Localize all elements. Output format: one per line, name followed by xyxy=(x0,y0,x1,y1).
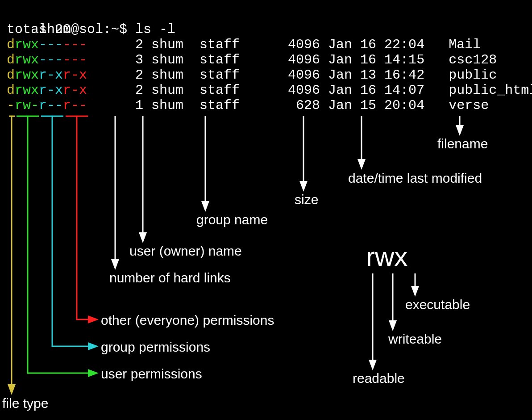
label-user-perm: user permissions xyxy=(101,366,202,382)
size-cell: 4096 xyxy=(272,67,320,83)
perm-green: rwx xyxy=(15,37,39,52)
perm-yellow: d xyxy=(7,67,15,83)
owner-cell: shum xyxy=(151,83,200,98)
group-cell: staff xyxy=(200,98,272,113)
label-size: size xyxy=(295,192,318,207)
perm-cell: -rw-r--r-- xyxy=(7,98,135,113)
perm-cyan: r-- xyxy=(39,98,63,113)
perm-yellow: - xyxy=(7,98,15,113)
label-other-perm: other (everyone) permissions xyxy=(101,313,274,328)
perm-cyan: r-x xyxy=(39,67,63,83)
perm-yellow: d xyxy=(7,52,15,67)
size-cell: 628 xyxy=(272,98,320,113)
owner-cell: shum xyxy=(151,67,200,83)
perm-red: r-- xyxy=(63,98,87,113)
perm-red: r-x xyxy=(63,83,87,98)
group-cell: staff xyxy=(200,52,272,67)
group-cell: staff xyxy=(200,37,272,52)
diagram-canvas: shum@sol:~$ ls -l total 20 drwx------2 s… xyxy=(0,0,532,420)
links-cell: 2 xyxy=(135,37,151,52)
owner-cell: shum xyxy=(151,37,200,52)
links-cell: 2 xyxy=(135,83,151,98)
links-cell: 2 xyxy=(135,67,151,83)
prompt-sep: :~$ xyxy=(103,22,135,37)
perm-red: --- xyxy=(63,37,87,52)
size-cell: 4096 xyxy=(272,37,320,52)
perm-red: --- xyxy=(63,52,87,67)
owner-cell: shum xyxy=(151,52,200,67)
owner-cell: shum xyxy=(151,98,200,113)
label-rwx: rwx xyxy=(366,241,407,272)
name-cell: public_html xyxy=(441,83,532,98)
links-cell: 1 xyxy=(135,98,151,113)
group-cell: staff xyxy=(200,67,272,83)
group-cell: staff xyxy=(200,83,272,98)
date-cell: Jan 16 22:04 xyxy=(320,37,441,52)
label-executable: executable xyxy=(405,297,470,312)
perm-green: rwx xyxy=(15,52,39,67)
perm-cell: drwxr-xr-x xyxy=(7,67,135,83)
total-line: total 20 xyxy=(7,22,71,37)
perm-green: rw- xyxy=(15,98,39,113)
size-cell: 4096 xyxy=(272,83,320,98)
perm-yellow: d xyxy=(7,37,15,52)
links-cell: 3 xyxy=(135,52,151,67)
label-hard-links: number of hard links xyxy=(109,270,231,286)
listing-row: -rw-r--r--1 shumstaff628Jan 15 20:04 ver… xyxy=(7,98,532,113)
date-cell: Jan 16 14:15 xyxy=(320,52,441,67)
name-cell: public xyxy=(441,67,497,83)
perm-cell: drwx------ xyxy=(7,37,135,52)
date-cell: Jan 16 14:07 xyxy=(320,83,441,98)
perm-cyan: r-x xyxy=(39,83,63,98)
listing-row: drwx------3 shumstaff4096Jan 16 14:15 cs… xyxy=(7,52,532,67)
listing-row: drwxr-xr-x2 shumstaff4096Jan 13 16:42 pu… xyxy=(7,67,532,83)
label-filename: filename xyxy=(437,136,488,151)
perm-cyan: --- xyxy=(39,37,63,52)
perm-cyan: --- xyxy=(39,52,63,67)
label-group-perm: group permissions xyxy=(101,340,210,355)
name-cell: verse xyxy=(441,98,489,113)
label-owner: user (owner) name xyxy=(129,244,242,259)
date-cell: Jan 13 16:42 xyxy=(320,67,441,83)
perm-red: r-x xyxy=(63,67,87,83)
name-cell: Mail xyxy=(441,37,481,52)
perm-cell: drwx------ xyxy=(7,52,135,67)
label-group-name: group name xyxy=(196,212,268,227)
name-cell: csc128 xyxy=(441,52,497,67)
label-date: date/time last modified xyxy=(348,171,482,186)
size-cell: 4096 xyxy=(272,52,320,67)
label-readable: readable xyxy=(353,371,405,386)
listing-row: drwxr-xr-x2 shumstaff4096Jan 16 14:07 pu… xyxy=(7,83,532,98)
perm-cell: drwxr-xr-x xyxy=(7,83,135,98)
listing: drwx------2 shumstaff4096Jan 16 22:04 Ma… xyxy=(7,37,532,113)
date-cell: Jan 15 20:04 xyxy=(320,98,441,113)
perm-green: rwx xyxy=(15,67,39,83)
label-writeable: writeable xyxy=(388,332,442,347)
prompt-command: ls -l xyxy=(135,22,175,37)
perm-yellow: d xyxy=(7,83,15,98)
label-filetype: file type xyxy=(2,396,48,411)
listing-row: drwx------2 shumstaff4096Jan 16 22:04 Ma… xyxy=(7,37,532,52)
perm-green: rwx xyxy=(15,83,39,98)
